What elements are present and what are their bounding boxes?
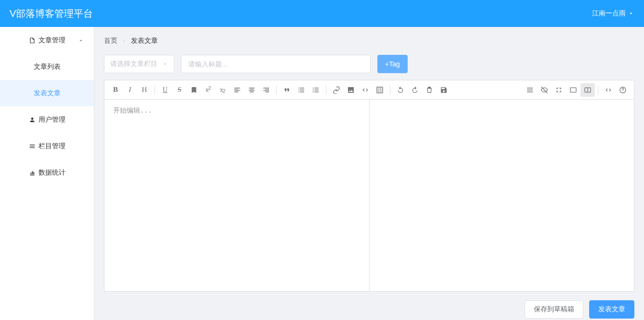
sidebar-item-columns[interactable]: 栏目管理 — [0, 133, 94, 159]
breadcrumb: 首页 发表文章 — [94, 27, 644, 51]
title-input[interactable] — [181, 55, 371, 73]
undo-button[interactable] — [393, 83, 408, 97]
table-button[interactable] — [373, 83, 387, 97]
align-left-button[interactable] — [230, 83, 245, 97]
sidebar-label: 文章列表 — [34, 63, 61, 71]
quote-button[interactable] — [280, 83, 294, 97]
form-row: 请选择文章栏目 +Tag — [94, 51, 644, 80]
editor-body: 开始编辑... — [104, 100, 634, 291]
editor: B I H U S x2 x2 — [104, 80, 634, 292]
sidebar-label: 发表文章 — [34, 89, 61, 98]
toolbar-separator — [326, 86, 326, 94]
underline-button[interactable]: U — [158, 83, 172, 97]
image-button[interactable] — [344, 83, 358, 97]
app-header: V部落博客管理平台 江南一点雨 — [0, 0, 644, 27]
subscript-button[interactable]: x2 — [216, 83, 230, 97]
column-select[interactable]: 请选择文章栏目 — [104, 55, 174, 73]
breadcrumb-home[interactable]: 首页 — [104, 37, 117, 45]
bold-button[interactable]: B — [108, 83, 123, 97]
user-name: 江南一点雨 — [592, 9, 626, 18]
svg-point-1 — [313, 90, 314, 90]
document-icon — [29, 37, 36, 44]
toolbar-separator — [155, 86, 155, 94]
sidebar-item-article-list[interactable]: 文章列表 — [0, 53, 94, 80]
editor-preview-pane — [370, 100, 634, 291]
footer-actions: 保存到草稿箱 发表文章 — [94, 292, 644, 320]
chevron-up-icon — [77, 37, 84, 44]
sidebar-item-users[interactable]: 用户管理 — [0, 106, 94, 133]
sidebar-label: 栏目管理 — [39, 142, 65, 151]
save-button[interactable] — [437, 83, 451, 97]
code-button[interactable] — [358, 83, 373, 97]
chart-icon — [29, 169, 36, 176]
add-tag-button[interactable]: +Tag — [377, 55, 408, 73]
navigation-button[interactable] — [523, 83, 537, 97]
sidebar-item-stats[interactable]: 数据统计 — [0, 159, 94, 186]
toolbar-separator — [276, 86, 277, 94]
svg-rect-3 — [570, 88, 576, 92]
link-button[interactable] — [329, 83, 344, 97]
bookmark-button[interactable] — [187, 83, 201, 97]
align-right-button[interactable] — [259, 83, 273, 97]
sidebar-label: 文章管理 — [39, 36, 65, 45]
ordered-list-button[interactable] — [294, 83, 309, 97]
fullscreen-button[interactable] — [552, 83, 566, 97]
toolbar-separator — [390, 86, 390, 94]
chevron-down-icon — [162, 61, 168, 67]
editor-toolbar: B I H U S x2 x2 — [104, 80, 634, 100]
user-dropdown[interactable]: 江南一点雨 — [592, 9, 634, 18]
breadcrumb-current: 发表文章 — [131, 37, 158, 45]
heading-button[interactable]: H — [137, 83, 152, 97]
main-content: 首页 发表文章 请选择文章栏目 +Tag B I H — [94, 27, 644, 320]
sidebar-item-publish-article[interactable]: 发表文章 — [0, 80, 94, 106]
superscript-button[interactable]: x2 — [201, 83, 216, 97]
svg-point-2 — [313, 91, 314, 92]
toolbar-separator — [598, 86, 598, 94]
publish-button[interactable]: 发表文章 — [589, 300, 634, 319]
italic-button[interactable]: I — [123, 83, 137, 97]
preview-off-button[interactable] — [537, 83, 552, 97]
redo-button[interactable] — [408, 83, 422, 97]
read-mode-button[interactable] — [566, 83, 580, 97]
user-icon — [29, 116, 36, 123]
editor-placeholder: 开始编辑... — [113, 106, 152, 114]
sidebar: 文章管理 文章列表 发表文章 用户管理 栏目管理 数据统 — [0, 27, 94, 320]
strikethrough-button[interactable]: S — [172, 83, 187, 97]
editor-source-pane[interactable]: 开始编辑... — [104, 100, 370, 291]
help-button[interactable] — [616, 83, 630, 97]
align-center-button[interactable] — [245, 83, 259, 97]
menu-icon — [29, 143, 36, 150]
sidebar-item-articles[interactable]: 文章管理 — [0, 27, 94, 53]
save-draft-button[interactable]: 保存到草稿箱 — [525, 300, 583, 319]
trash-button[interactable] — [422, 83, 437, 97]
svg-point-0 — [313, 88, 314, 89]
html-source-button[interactable] — [601, 83, 616, 97]
unordered-list-button[interactable] — [309, 83, 323, 97]
chevron-down-icon — [628, 10, 634, 17]
breadcrumb-separator — [122, 38, 126, 44]
split-view-button[interactable] — [580, 83, 595, 97]
sidebar-label: 用户管理 — [39, 115, 65, 124]
app-title: V部落博客管理平台 — [10, 7, 93, 20]
select-placeholder: 请选择文章栏目 — [110, 60, 157, 68]
sidebar-label: 数据统计 — [39, 168, 65, 177]
